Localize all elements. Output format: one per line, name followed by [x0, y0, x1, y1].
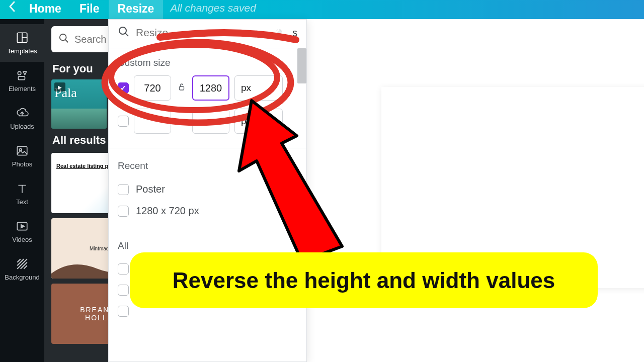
- unit-value: px: [241, 82, 251, 94]
- option-checkbox[interactable]: [118, 184, 129, 195]
- background-icon: [16, 257, 29, 270]
- resize-button[interactable]: Resize: [109, 0, 164, 19]
- sidebar-label: Text: [16, 198, 28, 206]
- home-button[interactable]: Home: [20, 0, 70, 19]
- sidebar-item-text[interactable]: Text: [0, 175, 44, 213]
- option-checkbox[interactable]: [118, 206, 129, 217]
- crown-icon: ♕: [275, 27, 283, 38]
- option-checkbox[interactable]: [118, 263, 129, 275]
- chevron-down-icon: ⌄: [270, 84, 276, 92]
- svg-rect-4: [18, 76, 25, 80]
- elements-icon: [16, 69, 29, 82]
- recent-option-644x362[interactable]: 644 x 362 px: [118, 200, 297, 222]
- sidebar-label: Background: [5, 274, 39, 281]
- search-icon: [118, 26, 130, 40]
- sidebar-label: Videos: [12, 236, 32, 243]
- unit-value: px: [241, 116, 251, 127]
- svg-point-3: [18, 71, 21, 75]
- file-button[interactable]: File: [70, 0, 109, 19]
- sidebar-label: Uploads: [10, 123, 34, 130]
- save-status: All changes saved: [163, 0, 263, 19]
- sidebar-item-more[interactable]: [0, 288, 44, 295]
- sidebar-label: Photos: [12, 160, 32, 168]
- unit-select[interactable]: px ⌄: [234, 75, 283, 101]
- option-checkbox[interactable]: [118, 285, 129, 296]
- scrollbar[interactable]: [297, 48, 306, 83]
- photos-icon: [16, 144, 29, 157]
- secondary-height-input[interactable]: [192, 109, 229, 134]
- template-thumb[interactable]: ▶ Pala: [51, 79, 107, 129]
- recent-label: Recent: [118, 160, 297, 171]
- sidebar-item-templates[interactable]: Templates: [0, 24, 44, 62]
- height-input[interactable]: [192, 75, 229, 101]
- secondary-size-row: px ⌄: [118, 109, 297, 134]
- uploads-icon: [16, 107, 29, 120]
- all-label: All: [118, 240, 297, 251]
- width-input[interactable]: [134, 75, 171, 101]
- svg-line-11: [125, 33, 128, 36]
- topbar-nav: Home File Resize All changes saved: [4, 0, 263, 19]
- sidebar-label: Elements: [9, 85, 36, 93]
- text-icon: [16, 182, 29, 195]
- page-count-suffix: s: [292, 27, 297, 39]
- option-label: 644 x 362 px: [136, 205, 199, 217]
- svg-rect-5: [17, 146, 27, 155]
- sidebar-item-background[interactable]: Background: [0, 250, 44, 288]
- custom-size-row: px ⌄: [118, 75, 297, 101]
- sidebar-item-uploads[interactable]: Uploads: [0, 100, 44, 137]
- svg-point-8: [60, 34, 66, 41]
- svg-rect-12: [180, 86, 184, 90]
- resize-search-row: ♕ s: [109, 20, 306, 48]
- unit-select-2[interactable]: px ⌄: [234, 109, 283, 134]
- play-icon: ▶: [54, 82, 65, 92]
- templates-icon: [16, 31, 29, 44]
- secondary-width-input[interactable]: [134, 109, 171, 134]
- sidebar-item-photos[interactable]: Photos: [0, 137, 44, 175]
- search-icon: [58, 33, 69, 46]
- recent-option-poster[interactable]: Poster: [118, 178, 297, 200]
- sidebar-label: Templates: [7, 47, 37, 55]
- resize-popover: ♕ s Custom size px ⌄ px: [108, 19, 307, 362]
- lock-icon[interactable]: [176, 82, 187, 94]
- videos-icon: [16, 220, 29, 233]
- option-checkbox[interactable]: [118, 306, 129, 317]
- sidebar-item-videos[interactable]: Videos: [0, 213, 44, 250]
- svg-line-9: [65, 40, 68, 43]
- resize-search-input[interactable]: [136, 27, 269, 39]
- secondary-checkbox[interactable]: [118, 116, 129, 127]
- left-sidebar: Templates Elements Uploads Photos Text V…: [0, 19, 44, 362]
- back-button[interactable]: [4, 0, 20, 19]
- custom-size-checkbox[interactable]: [118, 82, 129, 94]
- svg-point-10: [119, 27, 126, 34]
- custom-size-label: Custom size: [118, 57, 297, 68]
- option-label: Poster: [136, 184, 165, 195]
- annotation-text: Reverse the height and width values: [130, 252, 598, 308]
- chevron-down-icon: ⌄: [270, 117, 276, 125]
- topbar: Home File Resize All changes saved: [0, 0, 644, 19]
- sidebar-item-elements[interactable]: Elements: [0, 62, 44, 100]
- canvas-area: [261, 19, 644, 362]
